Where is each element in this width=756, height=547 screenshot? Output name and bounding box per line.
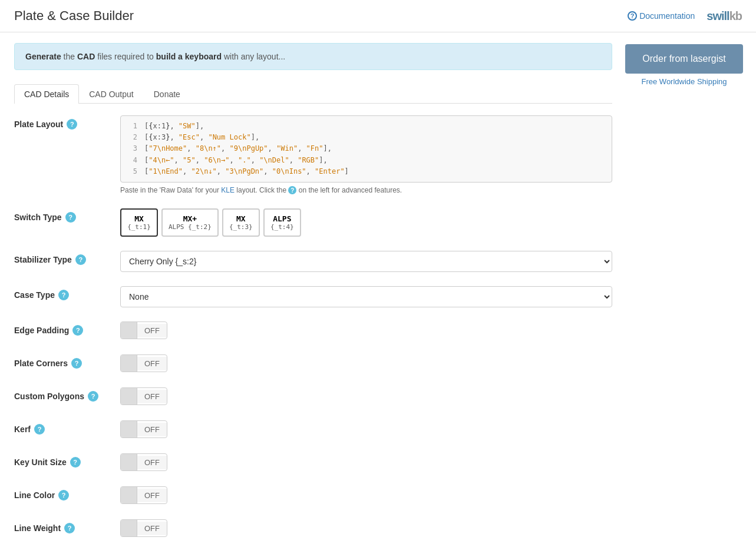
stabilizer-type-help[interactable]: ?	[75, 254, 86, 265]
kerf-help[interactable]: ?	[34, 424, 45, 435]
plate-layout-control: 1 [{x:1}, "SW"], 2 [{x:3}, "Esc", "Num L…	[120, 115, 612, 194]
line-weight-control: OFF	[120, 519, 612, 538]
toggle-knob-4	[121, 421, 137, 437]
plate-corners-label: Plate Corners ?	[14, 354, 120, 369]
plate-corners-toggle[interactable]: OFF	[120, 354, 167, 372]
switch-buttons: MX {_t:1} MX+ ALPS {_t:2} MX {_t:3} AL	[120, 208, 612, 237]
kerf-control: OFF	[120, 420, 612, 439]
edge-padding-row: Edge Padding ? OFF	[14, 321, 612, 340]
stabilizer-type-label: Stabilizer Type ?	[14, 251, 120, 265]
plate-corners-help[interactable]: ?	[71, 358, 82, 369]
toggle-knob-2	[121, 355, 137, 372]
kerf-toggle-label: OFF	[137, 423, 167, 436]
documentation-link[interactable]: ? Documentation	[628, 11, 695, 21]
banner-generate: Generate	[25, 52, 61, 61]
code-line-5: 5 ["1\nEnd", "2\n↓", "3\nPgDn", "0\nIns"…	[128, 166, 605, 177]
code-line-1: 1 [{x:1}, "SW"],	[128, 121, 605, 132]
free-shipping-label: Free Worldwide Shipping	[642, 77, 727, 86]
switch-type-control: MX {_t:1} MX+ ALPS {_t:2} MX {_t:3} AL	[120, 208, 612, 237]
banner-cad: CAD	[77, 52, 95, 61]
left-panel: Generate the CAD files required to build…	[0, 32, 626, 547]
tab-cad-output[interactable]: CAD Output	[79, 84, 143, 104]
code-editor[interactable]: 1 [{x:1}, "SW"], 2 [{x:3}, "Esc", "Num L…	[120, 115, 612, 183]
toggle-knob	[121, 322, 137, 339]
line-weight-toggle-label: OFF	[137, 522, 167, 535]
key-unit-size-toggle[interactable]: OFF	[120, 453, 167, 471]
edge-padding-help[interactable]: ?	[72, 325, 83, 336]
switch-type-label: Switch Type ?	[14, 208, 120, 223]
switch-type-row: Switch Type ? MX {_t:1} MX+ ALPS {_t:2}	[14, 208, 612, 237]
kle-link[interactable]: KLE	[221, 186, 235, 194]
edge-padding-label: Edge Padding ?	[14, 321, 120, 336]
custom-polygons-help[interactable]: ?	[88, 391, 98, 402]
key-unit-size-row: Key Unit Size ? OFF	[14, 453, 612, 472]
code-hint: Paste in the 'Raw Data' for your KLE lay…	[120, 186, 612, 195]
edge-padding-control: OFF	[120, 321, 612, 340]
tab-donate[interactable]: Donate	[144, 84, 190, 104]
order-button[interactable]: Order from lasergist	[625, 44, 743, 74]
header-right: ? Documentation swillkb	[628, 9, 742, 23]
right-panel: Order from lasergist Free Worldwide Ship…	[626, 32, 756, 547]
custom-polygons-toggle-label: OFF	[137, 390, 167, 403]
tabs: CAD Details CAD Output Donate	[14, 84, 612, 104]
plate-corners-control: OFF	[120, 354, 612, 373]
page-wrapper: Generate the CAD files required to build…	[0, 32, 756, 547]
line-color-control: OFF	[120, 486, 612, 505]
toggle-knob-5	[121, 454, 137, 470]
key-unit-size-toggle-label: OFF	[137, 456, 167, 469]
custom-polygons-toggle[interactable]: OFF	[120, 387, 167, 405]
info-icon: ?	[628, 11, 637, 21]
plate-layout-help[interactable]: ?	[67, 119, 77, 130]
line-color-toggle[interactable]: OFF	[120, 486, 167, 504]
brand-logo: swillkb	[707, 9, 742, 23]
toggle-label: OFF	[137, 324, 167, 337]
code-line-3: 3 ["7\nHome", "8\n↑", "9\nPgUp", "Win", …	[128, 143, 605, 154]
code-line-2: 2 [{x:3}, "Esc", "Num Lock"],	[128, 132, 605, 143]
line-weight-row: Line Weight ? OFF	[14, 519, 612, 538]
switch-type-help[interactable]: ?	[65, 212, 76, 223]
hint-help-icon: ?	[288, 186, 296, 194]
custom-polygons-control: OFF	[120, 387, 612, 406]
tab-cad-details[interactable]: CAD Details	[14, 84, 79, 104]
toggle-knob-6	[121, 487, 137, 503]
key-unit-size-help[interactable]: ?	[70, 457, 81, 468]
stabilizer-type-control: Cherry Only {_s:2}Cherry + Alps {_s:1}Al…	[120, 251, 612, 272]
line-weight-toggle[interactable]: OFF	[120, 519, 167, 537]
code-line-4: 4 ["4\n←", "5", "6\n→", ".", "\nDel", "R…	[128, 155, 605, 166]
kerf-toggle[interactable]: OFF	[120, 420, 167, 438]
line-weight-label: Line Weight ?	[14, 519, 120, 533]
key-unit-size-label: Key Unit Size ?	[14, 453, 120, 468]
key-unit-size-control: OFF	[120, 453, 612, 472]
kerf-label: Kerf ?	[14, 420, 120, 435]
info-banner: Generate the CAD files required to build…	[14, 43, 612, 70]
page-title: Plate & Case Builder	[14, 8, 134, 24]
main-content: Plate Layout ? 1 [{x:1}, "SW"], 2 [{x:3}…	[0, 104, 626, 547]
line-weight-help[interactable]: ?	[64, 523, 75, 533]
custom-polygons-label: Custom Polygons ?	[14, 387, 120, 402]
plate-layout-label: Plate Layout ?	[14, 115, 120, 130]
switch-btn-mx2[interactable]: MX {_t:3}	[222, 208, 260, 237]
line-color-help[interactable]: ?	[58, 490, 69, 500]
kerf-row: Kerf ? OFF	[14, 420, 612, 439]
plate-corners-row: Plate Corners ? OFF	[14, 354, 612, 373]
header: Plate & Case Builder ? Documentation swi…	[0, 0, 756, 32]
line-color-toggle-label: OFF	[137, 489, 167, 502]
case-type-select[interactable]: Nonepokersandwichcustom	[120, 286, 612, 307]
custom-polygons-row: Custom Polygons ? OFF	[14, 387, 612, 406]
line-color-label: Line Color ?	[14, 486, 120, 500]
switch-btn-mx[interactable]: MX {_t:1}	[120, 208, 158, 237]
case-type-label: Case Type ?	[14, 286, 120, 300]
case-type-control: Nonepokersandwichcustom	[120, 286, 612, 307]
stabilizer-type-select[interactable]: Cherry Only {_s:2}Cherry + Alps {_s:1}Al…	[120, 251, 612, 272]
banner-build: build a keyboard	[156, 52, 222, 61]
case-type-row: Case Type ? Nonepokersandwichcustom	[14, 286, 612, 307]
switch-btn-mx-alps[interactable]: MX+ ALPS {_t:2}	[161, 208, 219, 237]
edge-padding-toggle[interactable]: OFF	[120, 321, 167, 339]
switch-btn-alps[interactable]: ALPS {_t:4}	[263, 208, 301, 237]
case-type-help[interactable]: ?	[58, 290, 69, 300]
stabilizer-type-row: Stabilizer Type ? Cherry Only {_s:2}Cher…	[14, 251, 612, 272]
plate-layout-row: Plate Layout ? 1 [{x:1}, "SW"], 2 [{x:3}…	[14, 115, 612, 194]
line-color-row: Line Color ? OFF	[14, 486, 612, 505]
toggle-knob-7	[121, 520, 137, 536]
toggle-knob-3	[121, 388, 137, 405]
